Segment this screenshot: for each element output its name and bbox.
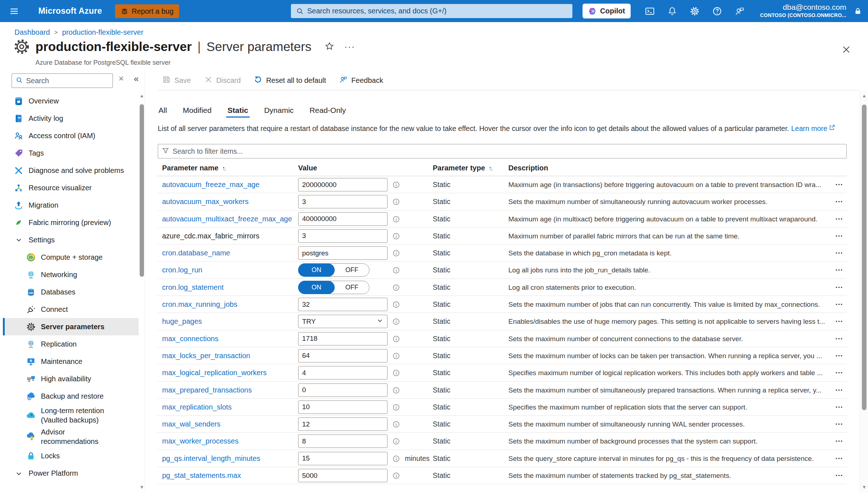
discard-button[interactable]: Discard [204,75,241,86]
tab-all[interactable]: All [158,106,168,119]
sidebar-item-locks[interactable]: Locks [3,448,139,465]
sidebar-item-backup-and-restore[interactable]: Backup and restore [3,387,139,405]
save-button[interactable]: Save [162,75,191,86]
main-scrollbar[interactable]: ▲ ▼ [860,91,868,492]
parameter-name-link[interactable]: pg_stat_statements.max [162,467,241,484]
value-input[interactable] [298,434,388,448]
parameter-name-link[interactable]: cron.log_run [162,262,202,279]
sidebar-item-connect[interactable]: Connect [3,301,139,318]
parameter-name-link[interactable]: max_connections [162,330,219,347]
sidebar-item-fabric-mirroring-preview[interactable]: Fabric mirroring (preview) [3,214,139,231]
row-more-menu[interactable]: ••• [831,313,847,330]
account-info[interactable]: dba@contoso.com CONTOSO (CONTOSO.ONMICRO… [760,3,846,18]
value-input[interactable] [298,212,388,226]
parameter-name-link[interactable]: cron.database_name [162,245,230,262]
sidebar-item-tags[interactable]: Tags [3,144,139,162]
value-toggle[interactable]: ONOFF [298,263,369,277]
row-more-menu[interactable]: ••• [831,330,847,347]
sidebar-item-compute-storage[interactable]: $Compute + storage [3,249,139,266]
reset-all-to-default-button[interactable]: Reset all to default [254,75,326,86]
scroll-down-icon[interactable]: ▼ [139,484,144,490]
brand-title[interactable]: Microsoft Azure [38,0,102,22]
sidebar-search-box[interactable] [12,73,113,88]
parameter-name-link[interactable]: max_wal_senders [162,416,220,433]
info-icon[interactable] [392,472,400,480]
title-more-menu[interactable]: ··· [344,45,355,48]
row-more-menu[interactable]: ••• [831,262,847,279]
row-more-menu[interactable]: ••• [831,176,847,193]
sidebar-item-power-platform[interactable]: Power Platform [3,465,139,482]
parameter-name-link[interactable]: huge_pages [162,313,202,330]
toggle-on-segment[interactable]: ON [298,281,335,294]
value-input[interactable] [298,178,388,191]
row-more-menu[interactable]: ••• [831,382,847,399]
info-icon[interactable] [392,284,400,292]
sidebar-item-access-control-iam[interactable]: Access control (IAM) [3,127,139,144]
sidebar-scrollbar[interactable]: ▲ ▼ [139,92,144,492]
row-more-menu[interactable]: ••• [831,433,847,450]
toggle-off-segment[interactable]: OFF [335,264,369,276]
parameter-name-link[interactable]: max_locks_per_transaction [162,347,250,364]
sidebar-collapse-icon[interactable]: « [134,74,139,84]
value-select[interactable]: TRY [298,315,388,328]
notifications-bell-icon[interactable] [667,6,678,17]
value-input[interactable] [298,298,388,311]
filter-input[interactable] [173,147,846,156]
info-icon[interactable] [392,420,400,428]
sidebar-item-migration[interactable]: Migration [3,196,139,214]
global-search-box[interactable] [291,4,572,18]
sidebar-item-databases[interactable]: DBDatabases [3,283,139,301]
tab-modified[interactable]: Modified [182,106,212,119]
row-more-menu[interactable]: ••• [831,245,847,262]
feedback-person-icon[interactable] [734,6,745,17]
info-icon[interactable] [392,403,400,411]
row-more-menu[interactable]: ••• [831,279,847,296]
tab-dynamic[interactable]: Dynamic [263,106,295,119]
report-a-bug-button[interactable]: Report a bug [115,4,179,18]
parameter-name-link[interactable]: max_logical_replication_workers [162,364,267,381]
info-icon[interactable] [392,215,400,223]
row-more-menu[interactable]: ••• [831,193,847,210]
info-icon[interactable] [392,198,400,206]
row-more-menu[interactable]: ••• [831,347,847,364]
sidebar-item-diagnose-and-solve-problems[interactable]: Diagnose and solve problems [3,162,139,179]
learn-more-link[interactable]: Learn more [791,124,836,133]
parameter-name-link[interactable]: autovacuum_freeze_max_age [162,176,259,193]
parameter-name-link[interactable]: autovacuum_multixact_freeze_max_age [162,211,292,228]
value-input[interactable] [298,417,388,431]
row-more-menu[interactable]: ••• [831,399,847,416]
value-toggle[interactable]: ONOFF [298,281,369,294]
sidebar-item-replication[interactable]: Replication [3,335,139,353]
row-more-menu[interactable]: ••• [831,296,847,313]
sort-icon[interactable]: ↑↓ [222,160,228,176]
parameter-name-link[interactable]: max_replication_slots [162,399,232,416]
info-icon[interactable] [392,352,400,360]
info-icon[interactable] [392,181,400,189]
sidebar-scrollbar-thumb[interactable] [140,104,144,277]
parameter-name-link[interactable]: cron.log_statement [162,279,224,296]
toggle-on-segment[interactable]: ON [298,263,335,277]
toggle-off-segment[interactable]: OFF [335,281,369,294]
sidebar-item-server-parameters[interactable]: Server parameters [3,318,139,335]
sidebar-item-maintenance[interactable]: Maintenance [3,353,139,370]
tab-read-only[interactable]: Read-Only [309,106,347,119]
value-input[interactable] [298,469,388,482]
row-more-menu[interactable]: ••• [831,467,847,484]
parameter-name-link[interactable]: cron.max_running_jobs [162,296,237,313]
value-input[interactable] [298,195,388,208]
info-icon[interactable] [392,437,400,445]
info-icon[interactable] [392,386,400,394]
sidebar-item-high-availability[interactable]: High availability [3,370,139,387]
info-icon[interactable] [392,301,400,309]
info-icon[interactable] [392,335,400,343]
sidebar-search-clear-icon[interactable]: ✕ [118,75,124,83]
global-search-input[interactable] [307,7,572,15]
scroll-up-icon[interactable]: ▲ [860,93,868,98]
info-icon[interactable] [392,249,400,257]
breadcrumb-dashboard[interactable]: Dashboard [14,28,50,37]
value-input[interactable] [298,383,388,397]
parameter-name-link[interactable]: max_prepared_transactions [162,382,252,399]
column-parameter-name[interactable]: Parameter name ↑↓ [162,160,228,176]
tab-static[interactable]: Static [227,106,249,119]
row-more-menu[interactable]: ••• [831,450,847,467]
